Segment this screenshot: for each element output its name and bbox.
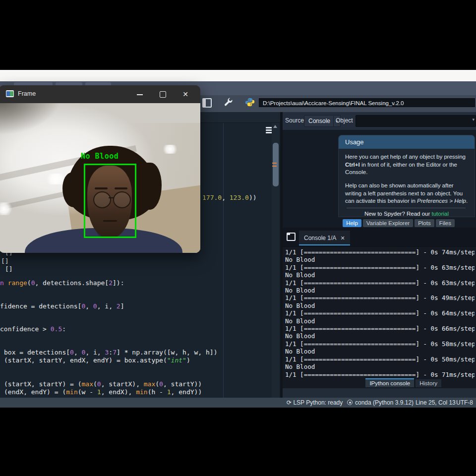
minimize-button[interactable] bbox=[130, 85, 150, 103]
tab-variable-explorer[interactable]: Variable Explorer bbox=[363, 219, 413, 227]
tutorial-link[interactable]: tutorial bbox=[432, 211, 449, 217]
scrollbar-up-arrow-icon[interactable] bbox=[273, 125, 277, 128]
source-select[interactable]: Console▾ bbox=[304, 115, 341, 127]
screenshot-stage: D:\Projects\auai\Accicare-Sensing\FINAL … bbox=[0, 0, 476, 476]
console-line: No Blood bbox=[285, 287, 475, 294]
console-line: 1/1 [==============================] - 0… bbox=[285, 248, 475, 256]
env-status[interactable]: conda (Python 3.9.12) bbox=[347, 399, 414, 406]
frame-titlebar[interactable]: Frame ✕ bbox=[0, 85, 200, 103]
face-detection-box bbox=[84, 164, 136, 238]
help-pane-header: Source Console▾ Object ▾ bbox=[283, 112, 476, 130]
usage-card-title: Usage bbox=[339, 135, 475, 149]
usage-paragraph: Here you can get help of any object by p… bbox=[345, 153, 469, 177]
preferences-wrench-icon[interactable] bbox=[223, 97, 233, 107]
console-line: 1/1 [==============================] - 0… bbox=[285, 325, 475, 332]
console-line: 1/1 [==============================] - 0… bbox=[285, 356, 475, 363]
frame-title: Frame bbox=[18, 90, 36, 97]
console-line: 1/1 [==============================] - 0… bbox=[285, 279, 475, 287]
tutorial-prompt: New to Spyder? Read our tutorial bbox=[339, 211, 475, 217]
detection-label: No Blood bbox=[81, 152, 119, 161]
usage-card: Usage Here you can get help of any objec… bbox=[338, 135, 475, 217]
console-output[interactable]: 1/1 [==============================] - 0… bbox=[285, 248, 475, 378]
chevron-down-icon: ▾ bbox=[472, 117, 475, 122]
scrollbar-thumb[interactable] bbox=[273, 143, 279, 186]
webcam-view: No Blood bbox=[0, 103, 200, 253]
maximize-icon bbox=[160, 91, 166, 98]
console-tabbar: Console 1/A✕ bbox=[283, 228, 476, 247]
source-label: Source bbox=[285, 117, 304, 124]
warning-mark bbox=[272, 163, 277, 164]
object-label: Object bbox=[336, 117, 353, 124]
help-pane: Usage Here you can get help of any objec… bbox=[283, 130, 476, 218]
tab-console-1a[interactable]: Console 1/A✕ bbox=[299, 231, 350, 245]
refresh-icon: ⟳ bbox=[287, 399, 292, 406]
encoding-status: UTF-8 bbox=[456, 399, 473, 406]
console-line: No Blood bbox=[285, 271, 475, 279]
close-icon[interactable]: ✕ bbox=[340, 235, 345, 241]
editor-column-guide bbox=[223, 123, 224, 398]
conda-icon bbox=[347, 400, 353, 405]
console-line: No Blood bbox=[285, 348, 475, 355]
lsp-status: ⟳ LSP Python: ready bbox=[287, 399, 343, 406]
console-line: 1/1 [==============================] - 0… bbox=[285, 309, 475, 317]
console-line: 1/1 [==============================] - 0… bbox=[285, 371, 475, 378]
tab-help[interactable]: Help bbox=[343, 219, 361, 227]
console-pane: Console 1/A✕ 1/1 [======================… bbox=[283, 228, 476, 388]
tab-files[interactable]: Files bbox=[436, 219, 455, 227]
console-line: 1/1 [==============================] - 0… bbox=[285, 340, 475, 348]
console-line: No Blood bbox=[285, 302, 475, 309]
new-window-icon[interactable] bbox=[287, 233, 296, 241]
help-pane-tabs: HelpVariable ExplorerPlotsFiles bbox=[283, 218, 476, 228]
ceiling-light bbox=[0, 202, 13, 215]
maximize-button[interactable] bbox=[153, 85, 173, 103]
console-bottom-tabs: IPython consoleHistory bbox=[283, 378, 476, 388]
status-bar: ⟳ LSP Python: ready conda (Python 3.9.12… bbox=[0, 398, 476, 408]
tab-history[interactable]: History bbox=[416, 379, 441, 387]
frame-window: Frame ✕ No bbox=[0, 85, 200, 253]
console-line: No Blood bbox=[285, 332, 475, 340]
close-button[interactable]: ✕ bbox=[176, 85, 195, 103]
frame-app-icon bbox=[6, 90, 14, 97]
background-white-strip bbox=[0, 70, 476, 81]
cursor-position: Line 25, Col 13 bbox=[416, 399, 456, 406]
minimize-icon bbox=[137, 94, 143, 95]
console-line: No Blood bbox=[285, 256, 475, 263]
console-line: No Blood bbox=[285, 363, 475, 370]
warning-mark bbox=[272, 166, 277, 167]
usage-paragraph: Help can also be shown automatically aft… bbox=[345, 182, 469, 205]
object-combobox[interactable]: ▾ bbox=[356, 115, 476, 127]
ceiling-light bbox=[162, 145, 178, 154]
editor-scrollbar[interactable] bbox=[272, 123, 279, 398]
tab-ipython-console[interactable]: IPython console bbox=[365, 378, 414, 387]
layout-panel-icon[interactable] bbox=[202, 98, 212, 108]
python-logo-icon[interactable] bbox=[245, 97, 255, 107]
tab-plots[interactable]: Plots bbox=[415, 219, 434, 227]
console-line: 1/1 [==============================] - 0… bbox=[285, 264, 475, 271]
console-line: 1/1 [==============================] - 0… bbox=[285, 294, 475, 301]
divider-line bbox=[347, 208, 466, 208]
console-line: No Blood bbox=[285, 317, 475, 325]
working-directory-input[interactable]: D:\Projects\auai\Accicare-Sensing\FINAL … bbox=[259, 98, 475, 107]
